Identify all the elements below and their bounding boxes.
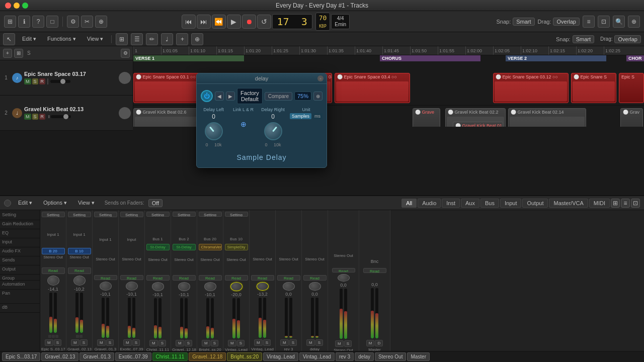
filter-output[interactable]: Output [522,199,548,208]
track-list-settings[interactable]: ⚙ [121,49,130,58]
ch10-pan[interactable] [283,282,295,291]
ch7-read[interactable]: Read [199,275,222,280]
play-button[interactable]: ▶ [227,15,241,29]
ch12-read[interactable]: Read [332,268,355,273]
record-button[interactable]: ⏺ [242,15,256,29]
mixer-layout-btn-3[interactable]: ⊡ [631,199,640,208]
link-lr-button[interactable]: ⊕ [240,120,247,128]
ch9-solo-btn[interactable]: S [263,339,271,346]
sb-item-13[interactable]: Master [407,352,430,361]
ch1-setting[interactable]: Setting [42,212,65,217]
ch1-mute-btn[interactable]: M [45,339,53,346]
filter-aux[interactable]: Aux [461,199,479,208]
ch2-read[interactable]: Read [68,267,91,274]
ch13-solo-btn[interactable]: D [375,340,383,346]
mixer-edit-menu[interactable]: Edit ▾ [14,199,36,207]
ch7-mute-btn[interactable]: M [202,340,210,346]
ch5-read[interactable]: Read [146,275,170,280]
clip-2-2[interactable]: ⚪ Grave [413,108,440,127]
ch6-solo-btn[interactable]: S [185,340,192,346]
toolbar-icon-6[interactable]: ✂ [81,16,93,28]
mixer-view-menu[interactable]: View ▾ [74,199,99,207]
preset-next-button[interactable]: ▶ [226,92,235,101]
ch2-pan[interactable] [73,276,86,286]
filter-master-vca[interactable]: Master/VCA [549,199,588,208]
sb-item-4[interactable]: Exotic..07.39 [115,352,151,361]
ch2-mute-btn[interactable]: M [71,339,79,346]
sb-item-2[interactable]: Gravel..02.13 [41,352,78,361]
ch8-mute-btn[interactable]: M [228,340,236,346]
ch5-solo-btn[interactable]: S [158,340,166,346]
add-track-button[interactable]: + [3,49,12,58]
ch5-setting[interactable]: Setting [146,212,170,217]
ch6-read[interactable]: Read [173,275,196,280]
unit-ms-button[interactable]: ms [312,113,323,119]
tb2-pointer-tool[interactable]: ↖ [3,33,15,45]
mixer-layout-btn-2[interactable]: ≡ [621,199,630,208]
tb2-midi-btn[interactable]: ♩ [161,33,173,45]
sb-item-6[interactable]: Gravel..12.18 [189,352,226,361]
clip-1-6[interactable]: ⚪ Epic Snare S [571,73,616,103]
ch10-read[interactable]: Read [277,275,300,281]
delay-left-knob[interactable] [205,122,223,140]
ch12-pan[interactable] [338,274,350,282]
preset-name-display[interactable]: Factory Default [237,88,263,104]
sb-item-10[interactable]: rev 3 [336,352,354,361]
ch6-mute-btn[interactable]: M [176,340,184,346]
ch11-mute-btn[interactable]: M [306,339,315,346]
mute-btn-1[interactable]: M [24,78,31,84]
ch8-setting[interactable]: Setting [225,212,248,217]
cycle-button[interactable]: ↺ [257,15,271,29]
sb-item-8[interactable]: Vintag..Lead [263,352,298,361]
toolbar-icon-right-2[interactable]: ⊡ [598,16,610,28]
ch4-solo-btn[interactable]: S [132,339,140,346]
ch6-setting[interactable]: Setting [173,212,196,217]
ch5-mute-btn[interactable]: M [149,340,158,346]
sb-item-5[interactable]: Christ..11.11 [152,352,188,361]
mixer-layout-btn-1[interactable]: ⊞ [611,199,620,208]
drag-value[interactable]: Overlap [553,18,580,26]
ch4-pan[interactable] [126,282,138,291]
ch7-setting[interactable]: Setting [199,212,222,217]
toolbar-icon-3[interactable]: ? [32,16,44,28]
ch3-read[interactable]: Read [94,275,117,281]
ch8-fx-simplediy[interactable]: SimpleDiy [225,244,248,250]
sb-item-12[interactable]: Stereo Out [375,352,406,361]
ch7-pan[interactable] [204,282,216,291]
filter-inst[interactable]: Inst [442,199,460,208]
ch5-fx-st-delay[interactable]: St-Delay [146,244,170,250]
ch6-pan[interactable] [178,282,190,291]
minimize-button[interactable] [14,3,20,9]
ch4-setting[interactable]: Setting [120,212,143,217]
ch7-solo-btn[interactable]: S [211,340,218,346]
compare-button[interactable]: Compare [265,92,292,101]
toolbar-icon-7[interactable]: ⊕ [95,16,107,28]
sb-item-1[interactable]: Epic S...03.17 [2,352,40,361]
mute-btn-2[interactable]: M [24,114,31,120]
toolbar-icon-right-4[interactable]: ⊕ [628,16,640,28]
sb-item-11[interactable]: delay [355,352,374,361]
ch9-read[interactable]: Read [251,275,274,281]
filter-midi[interactable]: MIDI [589,199,610,208]
mix-percentage[interactable]: 75% [294,92,311,101]
ch2-send-b10[interactable]: B 10 [68,248,91,254]
unit-samples-button[interactable]: Samples [290,113,311,119]
toolbar-icon-1[interactable]: ⊞ [4,16,16,28]
filter-all[interactable]: All [401,199,417,208]
ch13-mute-btn[interactable]: M [366,340,375,346]
toolbar-icon-5[interactable]: ⚙ [67,16,79,28]
solo-btn-1[interactable]: S [32,78,38,84]
ch11-solo-btn[interactable]: S [315,339,323,346]
ch1-solo-btn[interactable]: S [54,339,61,346]
ch9-mute-btn[interactable]: M [254,339,263,346]
ch2-solo-btn[interactable]: S [80,339,88,346]
track-volume-knob-1[interactable] [119,72,131,84]
sb-item-7[interactable]: Bright..ss:20 [227,352,262,361]
toolbar-icon-4[interactable]: □ [46,16,58,28]
ch11-pan[interactable] [309,282,321,291]
ch7-fx-chroma[interactable]: ChromaVerb [199,244,222,250]
fast-forward-button[interactable]: ⏭ [197,15,211,29]
search-icon[interactable]: 🔍 [613,16,625,28]
fader-mini-1[interactable] [50,80,70,83]
ch8-read[interactable]: Read [225,275,248,280]
